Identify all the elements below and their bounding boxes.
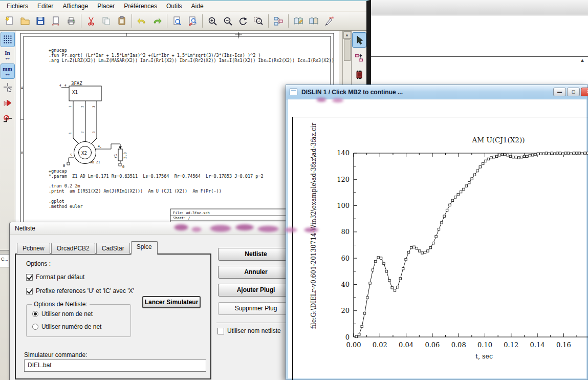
- wire-mode-icon[interactable]: [1, 112, 14, 126]
- open-file-icon[interactable]: [17, 13, 33, 29]
- maximize-button[interactable]: ◻: [567, 88, 580, 96]
- hierarchy-nav-icon[interactable]: [353, 50, 366, 65]
- netlist-format-tabs: PcbnewOrcadPCB2CadStarSpice: [17, 241, 159, 254]
- cursor-shape-icon[interactable]: [1, 80, 14, 94]
- svg-text:140: 140: [337, 149, 350, 157]
- toolbar-separator: [202, 14, 203, 28]
- background-window-titlebar: [371, 0, 588, 15]
- plot-xlabel: t, sec: [475, 352, 493, 360]
- netliste-button[interactable]: Netliste: [218, 248, 288, 261]
- svg-text:0.12: 0.12: [504, 341, 518, 349]
- radio-label: Utiliser nom de net: [41, 310, 93, 318]
- zoom-fit-icon[interactable]: [251, 13, 266, 29]
- frame-row-b: B: [21, 151, 23, 155]
- gnd-right-label: 0: [122, 165, 124, 169]
- copy-icon[interactable]: [99, 13, 114, 29]
- redraw-icon[interactable]: [235, 13, 251, 29]
- undo-icon[interactable]: [134, 13, 149, 29]
- ajouter-plugi-button[interactable]: Ajouter Plugi: [218, 284, 288, 297]
- svg-text:0: 0: [345, 333, 350, 341]
- dislin-plot: 0.000.020.040.060.080.100.120.140.160204…: [288, 99, 588, 378]
- menu-affichage[interactable]: Affichage: [58, 2, 93, 11]
- save-icon[interactable]: [33, 13, 48, 29]
- menu-placer[interactable]: Placer: [93, 2, 119, 11]
- svg-text:0.02: 0.02: [373, 341, 387, 349]
- checkbox-box[interactable]: [26, 288, 33, 294]
- scrollbar-thumb[interactable]: [344, 39, 351, 61]
- radio-utiliser-nom-de-net[interactable]: Utiliser nom de net: [32, 310, 93, 318]
- unit-inch-icon[interactable]: In↔: [1, 48, 14, 62]
- page-settings-icon[interactable]: [48, 13, 63, 29]
- resistor-ref: r1: [114, 154, 118, 158]
- new-file-icon[interactable]: [2, 13, 17, 29]
- annotate-icon[interactable]: [291, 13, 306, 29]
- svg-text:3: 3: [92, 105, 95, 108]
- tab-cadstar[interactable]: CadStar: [96, 243, 130, 254]
- menu-outils[interactable]: Outils: [162, 2, 187, 11]
- gnucap-header-text: +gnucap .fun Pr=sqrt( (Lr*Iar + 1.5*Lm*I…: [49, 48, 334, 63]
- cut-icon[interactable]: [83, 13, 99, 29]
- resistor-symbol[interactable]: r1 3.8: [114, 146, 127, 161]
- plot-ylabel-filepath: file:G:\DIELr-v0.601-20130714-Win32\exam…: [310, 123, 317, 329]
- netliste-dialog-title: Netliste: [10, 222, 35, 232]
- hierarchy-icon[interactable]: [271, 13, 286, 29]
- checkbox-box[interactable]: [217, 328, 224, 334]
- menu-editer[interactable]: Editer: [33, 2, 58, 11]
- menu-prfrences[interactable]: Préférences: [119, 2, 162, 11]
- scrollbar-up-icon[interactable]: ▲: [343, 31, 351, 39]
- tab-spice[interactable]: Spice: [131, 241, 158, 255]
- supprimer-plug-button[interactable]: Supprimer Plug: [218, 302, 288, 315]
- titleblock-file: File: ad-3faz.sch: [173, 211, 210, 215]
- radio-dot[interactable]: [32, 324, 38, 330]
- place-component-icon[interactable]: [353, 68, 366, 82]
- mini-window-titlebar: [0, 250, 9, 255]
- netlist-probe-icon[interactable]: PWR: [321, 13, 337, 29]
- tab-pcbnew[interactable]: Pcbnew: [17, 243, 50, 254]
- toolbar-separator: [132, 14, 132, 28]
- svg-text:PWR: PWR: [329, 16, 334, 19]
- unit-mm-icon[interactable]: mm↔: [1, 64, 14, 78]
- zoom-in-icon[interactable]: [205, 13, 220, 29]
- component-pin-b: 4: [64, 83, 67, 87]
- svg-text:0.04: 0.04: [399, 341, 413, 349]
- menu-aide[interactable]: Aide: [187, 2, 208, 11]
- paste-icon[interactable]: [114, 13, 129, 29]
- svg-text:1: 1: [68, 132, 72, 134]
- radio-label: Utiliser numéro de net: [41, 323, 101, 330]
- checkbox-box[interactable]: [26, 274, 33, 281]
- library-icon[interactable]: [306, 13, 321, 29]
- checkbox-prefixe-references[interactable]: Prefixe references 'U' et 'IC' avec 'X': [26, 287, 134, 294]
- tab-orcadpcb2[interactable]: OrcadPCB2: [51, 243, 95, 254]
- find-icon[interactable]: [169, 13, 185, 29]
- lancer-simulateur-button[interactable]: Lancer Simulateur: [142, 296, 201, 308]
- gnd-left-label: 0: [63, 164, 65, 168]
- simulator-command-input[interactable]: DIEL.bat: [24, 360, 206, 372]
- svg-text:120: 120: [337, 176, 350, 183]
- radio-dot[interactable]: [32, 311, 38, 317]
- scroll-up-icon[interactable]: ▲: [580, 57, 585, 63]
- annuler-button[interactable]: Annuler: [218, 266, 288, 279]
- print-icon[interactable]: [63, 13, 79, 29]
- component-3faz[interactable]: 3FAZ X1 4 4: [59, 81, 101, 101]
- select-tool-icon[interactable]: [353, 33, 366, 47]
- checkbox-label: Utiliser nom netliste: [227, 327, 281, 334]
- plot-title: AM U(CJ1(X2)): [472, 136, 525, 144]
- svg-text:2: 2: [80, 105, 84, 108]
- double-arrow-icon: ↔: [4, 71, 11, 76]
- find-replace-icon[interactable]: [185, 13, 200, 29]
- dislin-titlebar[interactable]: DISLIN 1 / Click MB2 to continue ...: [286, 85, 587, 99]
- menu-fichiers[interactable]: Fichiers: [2, 2, 33, 11]
- redo-icon[interactable]: [149, 13, 165, 29]
- radio-utiliser-numero-de-net[interactable]: Utiliser numéro de net: [32, 323, 101, 330]
- zoom-out-icon[interactable]: [220, 13, 235, 29]
- dislin-title: DISLIN 1 / Click MB2 to continue ...: [301, 89, 403, 96]
- toolbar-separator: [167, 14, 167, 28]
- minimize-button[interactable]: ▬: [553, 88, 566, 96]
- checkbox-format-par-defaut[interactable]: Format par défaut: [26, 273, 84, 281]
- grid-icon[interactable]: [1, 32, 14, 47]
- close-button[interactable]: ✕: [581, 88, 588, 96]
- svg-text:20: 20: [341, 307, 350, 314]
- checkbox-utiliser-nom-netliste[interactable]: Utiliser nom netliste: [217, 327, 281, 334]
- hidden-pins-icon[interactable]: [1, 96, 14, 110]
- netlist-options-group: Options de Netliste:: [26, 304, 131, 337]
